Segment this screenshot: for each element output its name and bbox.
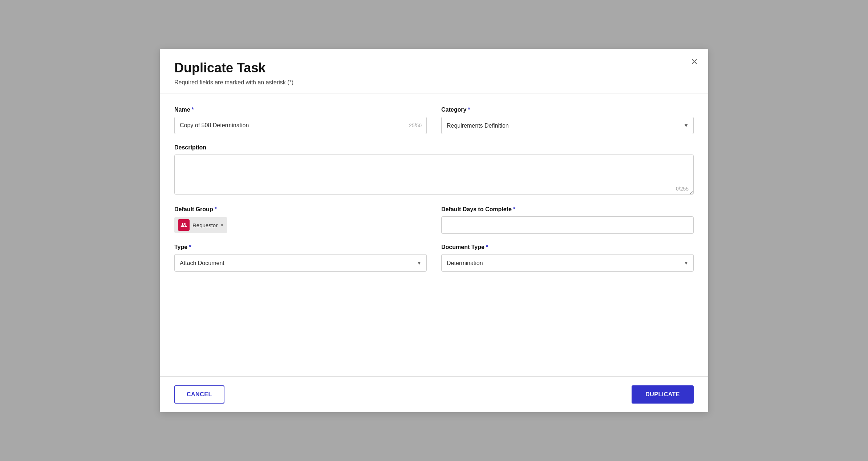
tag-icon: [178, 219, 190, 231]
description-counter: 0/255: [676, 186, 689, 192]
category-select-wrapper: Requirements Definition General Review A…: [441, 117, 694, 134]
description-textarea-wrapper: 0/255: [174, 155, 694, 196]
duplicate-button[interactable]: DUPLICATE: [632, 385, 694, 404]
tag-container: Requestor ×: [174, 216, 427, 234]
description-textarea[interactable]: [174, 155, 694, 195]
description-group: Description 0/255: [174, 144, 694, 196]
modal-body: Name * 25/50 Category *: [160, 93, 708, 376]
type-select[interactable]: Attach Document Review Approval Sign: [174, 254, 427, 272]
default-days-required-star: *: [513, 206, 515, 213]
modal-footer: CANCEL DUPLICATE: [160, 376, 708, 412]
description-label: Description: [174, 144, 694, 151]
category-label: Category *: [441, 107, 694, 113]
description-row: Description 0/255: [174, 144, 694, 196]
category-required-star: *: [468, 107, 470, 113]
document-type-select[interactable]: Determination Contract Amendment Other: [441, 254, 694, 272]
name-input[interactable]: [174, 117, 427, 134]
tag-remove-button[interactable]: ×: [220, 223, 223, 228]
document-type-select-wrapper: Determination Contract Amendment Other ▼: [441, 254, 694, 272]
type-group: Type * Attach Document Review Approval S…: [174, 244, 427, 272]
name-required-star: *: [192, 107, 194, 113]
document-type-label: Document Type *: [441, 244, 694, 250]
category-group: Category * Requirements Definition Gener…: [441, 107, 694, 134]
modal-overlay: Duplicate Task Required fields are marke…: [0, 0, 868, 461]
name-counter: 25/50: [409, 123, 422, 128]
type-required-star: *: [189, 244, 191, 250]
type-doctype-row: Type * Attach Document Review Approval S…: [174, 244, 694, 272]
tag-label: Requestor: [192, 222, 218, 228]
name-label: Name *: [174, 107, 427, 113]
group-days-row: Default Group * Requestor ×: [174, 206, 694, 234]
default-days-input[interactable]: [441, 216, 694, 234]
cancel-button[interactable]: CANCEL: [174, 385, 224, 404]
default-days-group: Default Days to Complete *: [441, 206, 694, 234]
modal-subtitle: Required fields are marked with an aster…: [174, 79, 694, 86]
default-group-label: Default Group *: [174, 206, 427, 213]
name-group: Name * 25/50: [174, 107, 427, 134]
default-group-group: Default Group * Requestor ×: [174, 206, 427, 234]
name-category-row: Name * 25/50 Category *: [174, 107, 694, 134]
modal-dialog: Duplicate Task Required fields are marke…: [160, 49, 708, 412]
default-days-label: Default Days to Complete *: [441, 206, 694, 213]
requestor-tag: Requestor ×: [174, 217, 227, 233]
document-type-required-star: *: [486, 244, 488, 250]
modal-header: Duplicate Task Required fields are marke…: [160, 49, 708, 93]
document-type-group: Document Type * Determination Contract A…: [441, 244, 694, 272]
default-group-required-star: *: [215, 206, 217, 213]
name-input-wrapper: 25/50: [174, 117, 427, 134]
type-select-wrapper: Attach Document Review Approval Sign ▼: [174, 254, 427, 272]
type-label: Type *: [174, 244, 427, 250]
close-button[interactable]: ✕: [688, 56, 701, 68]
modal-title: Duplicate Task: [174, 60, 694, 76]
category-select[interactable]: Requirements Definition General Review A…: [441, 117, 694, 134]
